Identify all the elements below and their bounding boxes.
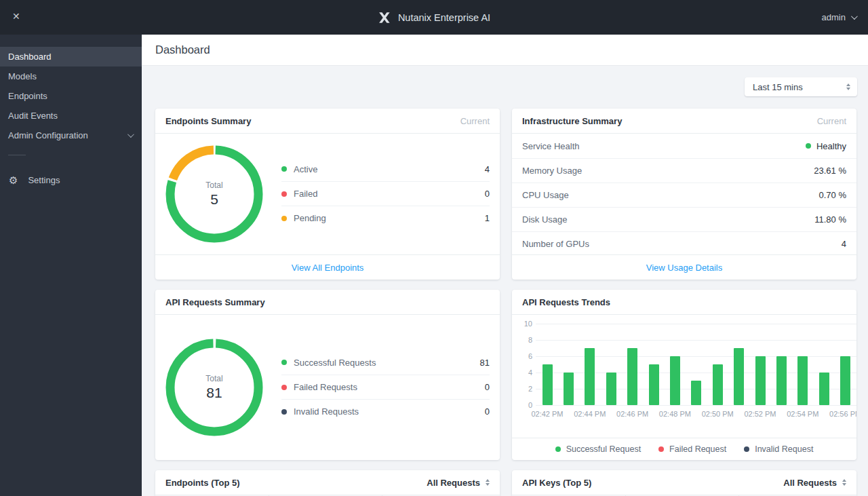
- failed-dot: [658, 446, 664, 452]
- row-disk-usage: Disk Usage 11.80 %: [512, 207, 856, 231]
- current-badge: Current: [817, 116, 846, 126]
- legend-row-active: Active 4: [281, 157, 490, 181]
- legend-successful-request: Successful Request: [555, 444, 641, 454]
- time-range-select[interactable]: Last 15 mins: [745, 77, 857, 96]
- card-title: API Requests Trends: [522, 297, 610, 307]
- donut-center-label: Total: [205, 374, 222, 383]
- legend-invalid-request: Invalid Request: [744, 444, 813, 454]
- brand: Nutanix Enterprise AI: [378, 12, 490, 24]
- legend-row-pending: Pending 1: [281, 206, 490, 230]
- brand-title: Nutanix Enterprise AI: [398, 12, 490, 23]
- donut-center-value: 5: [210, 191, 218, 208]
- endpoints-summary-card: Endpoints Summary Current Total 5 Active…: [155, 109, 500, 280]
- chevron-down-icon: [851, 13, 858, 20]
- endpoints-donut-chart: Total 5: [163, 143, 265, 245]
- legend-row-invalid: Invalid Requests 0: [281, 399, 490, 423]
- row-cpu-usage: CPU Usage 0.70 %: [512, 183, 856, 207]
- page-header: Dashboard: [142, 35, 868, 66]
- infrastructure-summary-card: Infrastructure Summary Current Service H…: [512, 109, 856, 280]
- api-requests-donut-chart: Total 81: [163, 337, 265, 438]
- api-requests-trends-card: API Requests Trends 024681002:42 PM02:44…: [512, 290, 856, 460]
- infrastructure-rows: Service Health Healthy Memory Usage 23.6…: [512, 134, 856, 256]
- close-icon[interactable]: ✕: [12, 12, 20, 21]
- top-bar: ✕ Nutanix Enterprise AI admin: [0, 0, 868, 35]
- card-title: API Requests Summary: [165, 297, 265, 307]
- pending-dot: [281, 216, 287, 221]
- api-keys-top5-filter[interactable]: All Requests: [783, 478, 846, 488]
- current-badge: Current: [460, 116, 490, 126]
- successful-dot: [555, 446, 561, 452]
- endpoints-top5-card: Endpoints (Top 5) All Requests: [155, 470, 500, 496]
- sidebar-item-settings[interactable]: ⚙ Settings: [0, 170, 142, 189]
- sidebar: Dashboard Models Endpoints Audit Events …: [0, 35, 142, 496]
- failed-dot: [281, 191, 287, 197]
- sidebar-item-audit-events[interactable]: Audit Events: [0, 106, 142, 126]
- row-memory-usage: Memory Usage 23.61 %: [512, 158, 856, 183]
- row-service-health: Service Health Healthy: [512, 134, 856, 158]
- legend-row-failed: Failed 0: [281, 181, 490, 206]
- endpoints-legend: Active 4 Failed 0 Pending 1: [281, 157, 490, 230]
- legend-failed-request: Failed Request: [658, 444, 726, 454]
- card-title: Endpoints (Top 5): [165, 478, 240, 488]
- api-keys-top5-card: API Keys (Top 5) All Requests: [512, 470, 856, 496]
- nutanix-logo-icon: [378, 12, 391, 24]
- api-requests-bar-chart: 024681002:42 PM02:44 PM02:46 PM02:48 PM0…: [512, 315, 856, 437]
- select-arrows-icon: [486, 479, 490, 486]
- sidebar-item-models[interactable]: Models: [0, 66, 142, 86]
- sidebar-item-dashboard[interactable]: Dashboard: [0, 47, 142, 66]
- endpoints-top5-filter[interactable]: All Requests: [427, 478, 490, 488]
- chevron-down-icon: [127, 131, 134, 138]
- legend-row-failed: Failed Requests 0: [281, 375, 490, 399]
- card-title: Infrastructure Summary: [522, 116, 622, 126]
- row-gpu-count: Number of GPUs 4: [512, 231, 856, 256]
- user-menu[interactable]: admin: [822, 0, 856, 35]
- api-requests-legend: Successful Requests 81 Failed Requests 0…: [281, 350, 490, 423]
- sidebar-item-endpoints[interactable]: Endpoints: [0, 86, 142, 106]
- active-dot: [281, 166, 287, 172]
- api-requests-summary-card: API Requests Summary Total 81 Successful…: [155, 290, 500, 460]
- legend-row-successful: Successful Requests 81: [281, 350, 490, 375]
- invalid-dot: [744, 446, 749, 452]
- failed-dot: [281, 385, 287, 390]
- sidebar-divider: [8, 155, 26, 155]
- sidebar-item-admin-configuration[interactable]: Admin Configuration: [0, 126, 142, 145]
- view-all-endpoints-link[interactable]: View All Endpoints: [292, 263, 364, 273]
- time-range-value: Last 15 mins: [753, 82, 803, 92]
- view-usage-details-link[interactable]: View Usage Details: [646, 263, 722, 273]
- invalid-dot: [281, 409, 287, 415]
- select-arrows-icon: [842, 479, 846, 486]
- gear-icon: ⚙: [9, 175, 18, 185]
- select-arrows-icon: [846, 83, 850, 90]
- donut-center-label: Total: [205, 180, 222, 190]
- healthy-dot: [806, 143, 811, 149]
- successful-dot: [281, 360, 287, 365]
- donut-center-value: 81: [206, 385, 222, 401]
- card-title: API Keys (Top 5): [522, 478, 591, 488]
- user-name: admin: [822, 12, 846, 22]
- page-title: Dashboard: [155, 43, 210, 56]
- card-title: Endpoints Summary: [165, 116, 251, 126]
- trends-legend: Successful Request Failed Request Invali…: [512, 438, 856, 460]
